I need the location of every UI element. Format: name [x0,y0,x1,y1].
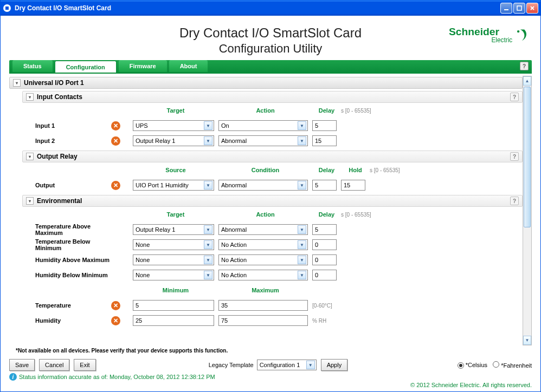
section-universal-io-port[interactable]: ▾ Universal I/O Port 1 [9,77,523,89]
col-hold: Hold [341,167,370,173]
apply-button[interactable]: Apply [321,359,348,371]
dropdown-icon: ▼ [298,136,306,145]
status-error-icon[interactable]: ✕ [111,121,120,130]
env-row-humidity: Humidity ✕ 25 75 % RH [35,313,523,328]
env-delay-field[interactable]: 0 [312,254,337,265]
row-label: Humidity Below Minimum [35,272,111,278]
dropdown-icon: ▼ [298,225,306,234]
subsection-title: Input Contacts [37,93,82,101]
env-action-select[interactable]: No Action▼ [218,270,308,280]
temp-max-field[interactable]: 35 [218,300,308,311]
tabs-bar: Status Configuration Firmware About ? [9,60,532,72]
col-min: Minimum [133,287,218,293]
env-target-select[interactable]: None▼ [133,239,214,250]
env-row-temp-above: Temperature Above Maximum Output Relay 1… [35,222,523,237]
status-error-icon[interactable]: ✕ [111,301,120,310]
svg-rect-2 [504,9,508,10]
help-icon[interactable]: ? [510,197,519,205]
subsection-environmental[interactable]: ▾ Environmental ? [22,195,523,207]
chevron-down-icon: ▾ [26,93,34,101]
save-button[interactable]: Save [9,359,35,371]
units-radio-group: *Celsius *Fahrenheit [458,361,532,369]
minimize-button[interactable] [500,3,512,14]
col-source: Source [133,167,218,173]
output-source-select[interactable]: UIO Port 1 Humidity▼ [133,180,214,191]
env-delay-field[interactable]: 0 [312,270,337,280]
input2-delay-field[interactable]: 15 [312,135,337,146]
row-label: Humidity Above Maximum [35,257,111,263]
exit-button[interactable]: Exit [74,359,95,371]
copyright: © 2012 Schneider Electric. All rights re… [9,382,532,388]
env-target-select[interactable]: None▼ [133,254,214,265]
input1-delay-field[interactable]: 5 [312,120,337,131]
col-delay: Delay [312,107,341,114]
hum-min-field[interactable]: 25 [133,315,214,326]
env-delay-field[interactable]: 5 [312,224,337,235]
tab-configuration[interactable]: Configuration [55,61,117,73]
status-error-icon[interactable]: ✕ [111,136,120,146]
subsection-output-relay[interactable]: ▾ Output Relay ? [22,151,523,162]
env-action-select[interactable]: Abnormal▼ [218,224,308,235]
maximize-button[interactable] [513,3,525,14]
col-action: Action [218,107,312,114]
schneider-logo: Schneider Electric [448,25,530,48]
tab-status[interactable]: Status [12,60,53,72]
scroll-up-icon[interactable]: ▲ [523,76,531,86]
env-target-select[interactable]: None▼ [133,270,214,280]
env-row-temp-below: Temperature Below Minimum None▼ No Actio… [35,237,523,252]
scroll-down-icon[interactable]: ▼ [523,336,531,345]
dropdown-icon: ▼ [306,361,315,369]
subsection-input-contacts[interactable]: ▾ Input Contacts ? [22,91,523,103]
section-title: Universal I/O Port 1 [24,79,84,87]
legacy-template-label: Legacy Template [209,362,254,368]
chevron-down-icon: ▾ [26,197,34,205]
col-delay: Delay [312,167,341,173]
dropdown-icon: ▼ [204,181,212,190]
status-line: i Status information accurate as of: Mon… [9,373,532,381]
temp-hint: [0-60°C] [312,303,332,309]
scroll-thumb[interactable] [524,87,531,227]
tab-about[interactable]: About [169,60,208,72]
cancel-button[interactable]: Cancel [39,359,69,371]
env-target-select[interactable]: Output Relay 1▼ [133,224,214,235]
legacy-template-select[interactable]: Configuration 1▼ [257,360,317,370]
output-delay-field[interactable]: 5 [312,180,337,191]
status-error-icon[interactable]: ✕ [111,181,120,190]
env-row-hum-below: Humidity Below Minimum None▼ No Action▼ … [35,267,523,283]
delay-hint: s [0 - 65535] [341,212,371,218]
fahrenheit-radio[interactable]: *Fahrenheit [493,361,532,369]
hum-max-field[interactable]: 75 [218,315,308,326]
env-action-select[interactable]: No Action▼ [218,254,308,265]
col-target: Target [133,211,218,218]
env-row-hum-above: Humidity Above Maximum None▼ No Action▼ … [35,252,523,267]
env-row-temperature: Temperature ✕ 5 35 [0-60°C] [35,298,523,313]
status-error-icon[interactable]: ✕ [111,316,120,325]
help-icon[interactable]: ? [510,152,519,161]
row-label: Input 2 [35,138,111,144]
celsius-radio[interactable]: *Celsius [458,362,487,369]
vertical-scrollbar[interactable]: ▲ ▼ [523,76,532,345]
row-label: Input 1 [35,122,111,129]
temp-min-field[interactable]: 5 [133,300,214,311]
help-icon[interactable]: ? [510,93,519,101]
input1-target-select[interactable]: UPS▼ [133,120,214,131]
help-button[interactable]: ? [520,62,529,70]
dropdown-icon: ▼ [298,240,306,249]
input2-target-select[interactable]: Output Relay 1▼ [133,135,214,146]
status-text: Status information accurate as of: Monda… [19,374,215,380]
chevron-down-icon: ▾ [26,153,34,160]
close-button[interactable] [526,3,538,14]
tab-firmware[interactable]: Firmware [119,60,167,72]
svg-rect-1 [5,6,9,10]
output-row: Output ✕ UIO Port 1 Humidity▼ Abnormal▼ … [35,178,523,193]
output-hold-field[interactable]: 15 [341,180,365,191]
dropdown-icon: ▼ [204,271,212,279]
env-delay-field[interactable]: 0 [312,239,337,250]
input1-action-select[interactable]: On▼ [218,120,308,131]
input2-action-select[interactable]: Abnormal▼ [218,135,308,146]
env-action-select[interactable]: No Action▼ [218,239,308,250]
output-condition-select[interactable]: Abnormal▼ [218,180,308,191]
form-body: ▾ Universal I/O Port 1 ▾ Input Contacts … [9,76,523,345]
col-action: Action [218,211,312,218]
button-bar: Save Cancel Exit Legacy Template Configu… [9,359,532,371]
